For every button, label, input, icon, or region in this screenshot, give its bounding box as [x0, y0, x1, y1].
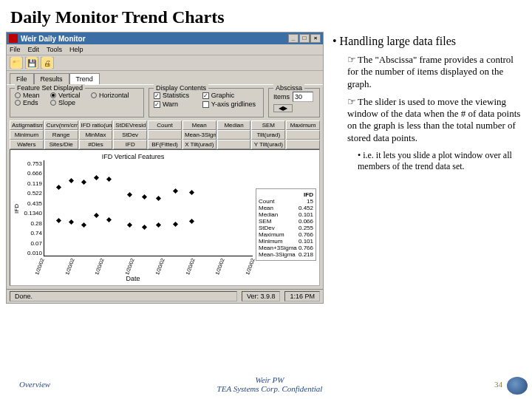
stat-button[interactable]: IFD ratio(um) — [79, 120, 113, 130]
tab-trend[interactable]: Trend — [69, 73, 100, 84]
status-done: Done. — [10, 291, 237, 301]
stat-button[interactable] — [217, 140, 251, 149]
menu-edit[interactable]: Edit — [28, 46, 40, 53]
display-contents-group: Display Contents ✓Statistics ✓Graphic ✓W… — [149, 88, 264, 117]
radio-horizontal[interactable] — [91, 92, 97, 98]
stat-button[interactable] — [217, 130, 251, 140]
stat-button[interactable]: Tilt(urad) — [251, 130, 285, 140]
stat-button[interactable]: BF(Fitted) — [148, 140, 182, 149]
tab-file[interactable]: File — [10, 73, 34, 84]
xtick: 1/20/02 — [245, 258, 256, 276]
stat-button[interactable] — [286, 140, 320, 149]
stat-button[interactable]: X Tilt(urad) — [183, 140, 216, 149]
app-icon — [9, 34, 18, 43]
window-controls: _ □ × — [288, 34, 321, 43]
ytick: 0.753 — [20, 160, 42, 167]
chk-statistics-label: Statistics — [163, 92, 189, 99]
stat-button[interactable]: Count — [148, 120, 182, 130]
feature-set-legend: Feature Set Displayed — [15, 84, 85, 92]
save-icon[interactable]: 💾 — [25, 57, 38, 69]
print-icon[interactable]: 🖨 — [41, 57, 54, 69]
data-point — [141, 194, 146, 200]
chk-statistics[interactable]: ✓ — [154, 92, 160, 99]
data-point — [106, 177, 112, 182]
stat-row: Mean+3Sigma0.766 — [259, 245, 313, 251]
stat-button[interactable]: Mean-3Sigma — [183, 130, 216, 140]
stat-button[interactable]: StDev — [113, 130, 147, 140]
chart-plot: IFD Vertical Features IFD 0.7530.6660.11… — [13, 153, 253, 282]
stat-button[interactable]: Maximum — [286, 120, 320, 130]
stat-button[interactable]: Mean — [183, 120, 216, 130]
stat-row: Median0.101 — [259, 211, 313, 218]
radio-mean-label: Mean — [23, 92, 40, 99]
stat-button[interactable]: SEM — [251, 120, 285, 130]
tab-results[interactable]: Results — [34, 73, 69, 84]
titlebar: Weir Daily Monitor _ □ × — [7, 33, 323, 44]
chart-title: IFD Vertical Features — [13, 153, 253, 160]
abscissa-group: Abscissa Items ◀▶ — [268, 88, 320, 117]
radio-slope[interactable] — [50, 100, 56, 106]
stat-row: Count15 — [259, 198, 313, 205]
data-point — [69, 219, 74, 225]
content-row: Weir Daily Monitor _ □ × File Edit Tools… — [0, 32, 532, 304]
close-button[interactable]: × — [310, 34, 321, 43]
abscissa-items-label: Items — [273, 93, 290, 100]
hand-icon: ☞ — [347, 96, 358, 108]
abscissa-items-input[interactable] — [293, 92, 313, 102]
xtick: 1/20/02 — [64, 258, 75, 276]
stat-button[interactable]: Curv(nm/cm2) — [44, 120, 78, 130]
radio-vertical[interactable] — [50, 92, 56, 98]
stat-button[interactable]: MinMax — [79, 130, 113, 140]
minimize-button[interactable]: _ — [288, 34, 299, 43]
stat-button-row-3: WafersSites/Die#DiesIFDBF(Fitted)X Tilt(… — [10, 140, 320, 149]
chk-gridlines[interactable] — [202, 101, 209, 108]
stat-row: Minimum0.101 — [259, 238, 313, 245]
data-point — [173, 222, 178, 227]
data-point — [189, 219, 194, 224]
stat-button[interactable]: Sites/Die — [44, 140, 78, 149]
window-title: Weir Daily Monitor — [21, 35, 86, 43]
stat-button[interactable]: Range — [44, 130, 78, 140]
menu-help[interactable]: Help — [69, 46, 83, 53]
stat-row: Mean-3Sigma0.218 — [259, 251, 313, 258]
radio-mean[interactable] — [15, 92, 21, 98]
stat-button[interactable]: Minimum — [10, 130, 44, 140]
stat-button[interactable]: Wafers — [10, 140, 44, 149]
radio-horizontal-label: Horizontal — [99, 92, 129, 99]
status-version: Ver: 3.9.8 — [242, 291, 281, 301]
menubar: File Edit Tools Help — [7, 44, 323, 55]
stat-button[interactable]: Y Tilt(urad) — [251, 140, 285, 149]
right-p2: ☞The slider is used to move the viewing … — [347, 96, 522, 144]
ytick: 0.522 — [20, 190, 42, 197]
footer-overview: Overview — [0, 380, 74, 389]
menu-file[interactable]: File — [10, 46, 21, 53]
maximize-button[interactable]: □ — [299, 34, 310, 43]
chk-warn[interactable]: ✓ — [154, 101, 160, 108]
feature-set-group: Feature Set Displayed Mean Ends Vertical… — [10, 88, 144, 117]
stat-button[interactable]: Median — [217, 120, 251, 130]
abscissa-slider[interactable]: ◀▶ — [273, 104, 293, 112]
right-heading: • Handling large data files — [332, 35, 522, 48]
open-icon[interactable]: 📁 — [10, 57, 23, 69]
stat-button[interactable] — [148, 130, 182, 140]
chk-graphic-label: Graphic — [211, 92, 235, 99]
data-point — [127, 192, 132, 197]
stat-button[interactable]: #Dies — [79, 140, 113, 149]
chart-canvas — [44, 160, 253, 256]
menu-tools[interactable]: Tools — [47, 46, 62, 53]
stat-button[interactable]: IFD — [113, 140, 147, 149]
stat-button[interactable]: StDEVresidual — [113, 120, 147, 130]
stat-row: SEM0.066 — [259, 218, 313, 225]
globe-icon — [507, 377, 528, 395]
data-point — [94, 213, 99, 218]
ytick: 0.1340 — [20, 210, 42, 216]
radio-ends[interactable] — [15, 100, 21, 106]
chart-yaxis: 0.7530.6660.1190.5220.4350.13400.280.740… — [20, 160, 44, 256]
chk-graphic[interactable]: ✓ — [202, 92, 209, 99]
stat-button[interactable] — [286, 130, 320, 140]
stat-button[interactable]: Astigmatism — [10, 120, 44, 130]
abscissa-legend: Abscissa — [273, 84, 304, 92]
footer-center: Weir PW TEA Systems Corp. Confidential — [74, 375, 466, 393]
stats-header: IFD — [259, 191, 313, 198]
data-point — [173, 188, 178, 194]
